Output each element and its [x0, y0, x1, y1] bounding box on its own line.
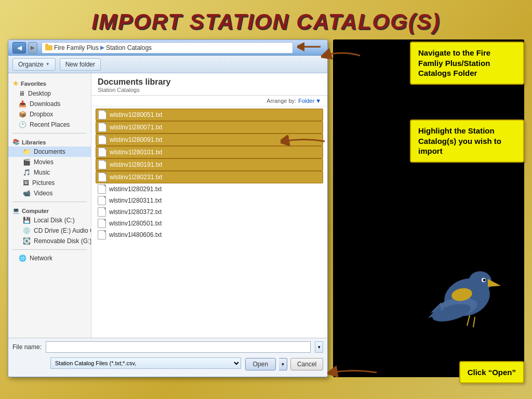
sidebar-item-network[interactable]: 🌐 Network	[8, 253, 91, 263]
star-icon: ★	[12, 79, 19, 87]
documents-icon: 📁	[23, 148, 31, 155]
sidebar-item-documents[interactable]: 📁 Documents	[8, 147, 91, 157]
file-item-selected-1[interactable]: wlstinv1l280071.txt	[96, 121, 323, 134]
breadcrumb-label2: Station Catalogs	[106, 44, 152, 51]
page-title: IMPORT STATION CATALOG(S)	[0, 0, 532, 39]
file-icon-9	[98, 219, 106, 228]
svg-line-12	[467, 315, 470, 326]
cd-icon: 💿	[23, 227, 31, 234]
dialog-titlebar: ◀ ▶ Fire Family Plus ▶ Station Catalogs	[8, 40, 327, 56]
new-folder-label: New folder	[65, 61, 95, 68]
file-item-8[interactable]: wlstinv1l280372.txt	[96, 206, 323, 218]
bird-illustration	[425, 230, 509, 336]
sidebar-item-movies[interactable]: 🎬 Movies	[8, 157, 91, 167]
file-icon-6	[98, 184, 106, 194]
file-item-selected-5[interactable]: wlstinv1l280231.txt	[96, 171, 323, 183]
file-name-6: wlstinv1l280291.txt	[109, 185, 162, 193]
arrange-bar: Arrange by: Folder ▼	[91, 96, 327, 107]
videos-label: Videos	[34, 190, 52, 197]
file-item-7[interactable]: wlstinv1l280311.txt	[96, 195, 323, 206]
sidebar-item-removable[interactable]: 💽 Removable Disk (G:)	[8, 236, 91, 246]
filename-row: File name: ▼	[12, 341, 323, 353]
sidebar-item-local-disk[interactable]: 💾 Local Disk (C:)	[8, 215, 91, 225]
callout-open-text: Click “Open”	[468, 368, 516, 377]
back-button[interactable]: ◀	[12, 42, 26, 54]
cd-drive-label: CD Drive (E:) Audio CD	[34, 227, 91, 234]
music-label: Music	[34, 169, 50, 176]
file-list-area: Documents library Station Catalogs Arran…	[91, 73, 327, 338]
file-item-6[interactable]: wlstinv1l280291.txt	[96, 183, 323, 195]
favorites-label: Favorites	[21, 81, 46, 87]
downloads-icon: 📥	[19, 100, 26, 108]
computer-section: 💻 Computer 💾 Local Disk (C:) 💿 CD Drive …	[8, 205, 91, 246]
file-icon-3	[98, 148, 107, 157]
file-icon-10	[98, 230, 106, 240]
file-item-selected-4[interactable]: wlstinv1l280191.txt	[96, 158, 323, 171]
organize-chevron: ▼	[46, 62, 50, 66]
callout-highlight-text: Highlight the Station Catalog(s) you wis…	[418, 126, 501, 155]
file-name-4: wlstinv1l280191.txt	[110, 161, 162, 168]
sidebar-item-recent[interactable]: 🕐 Recent Places	[8, 119, 91, 130]
libraries-section: 📚 Libraries 📁 Documents 🎬 Movies 🎵 Music	[8, 137, 91, 198]
network-section: 🌐 Network	[8, 253, 91, 263]
filetype-select[interactable]: Station Catalog Files (*.txt;*.csv,	[50, 357, 241, 369]
forward-button[interactable]: ▶	[28, 42, 37, 54]
arrange-by-value[interactable]: Folder ▼	[298, 98, 321, 104]
dropbox-label: Dropbox	[30, 111, 53, 118]
organize-button[interactable]: Organize ▼	[12, 58, 56, 71]
sidebar-item-videos[interactable]: 📹 Videos	[8, 188, 91, 198]
libraries-label: Libraries	[22, 139, 46, 145]
file-name-8: wlstinv1l280372.txt	[109, 208, 162, 216]
music-icon: 🎵	[23, 169, 31, 176]
downloads-label: Downloads	[30, 100, 60, 108]
titlebar-nav: ◀ ▶ Fire Family Plus ▶ Station Catalogs	[12, 41, 323, 55]
main-container: ◀ ▶ Fire Family Plus ▶ Station Catalogs	[0, 39, 532, 382]
open-button[interactable]: Open	[245, 358, 276, 370]
pictures-icon: 🖼	[23, 179, 29, 187]
file-icon-4	[98, 160, 107, 169]
disk-icon: 💾	[23, 217, 31, 224]
videos-icon: 📹	[23, 190, 31, 197]
library-title: Documents library	[98, 77, 321, 87]
sidebar-item-pictures[interactable]: 🖼 Pictures	[8, 178, 91, 188]
file-list-header: Documents library Station Catalogs	[91, 73, 327, 96]
sidebar-item-cd-drive[interactable]: 💿 CD Drive (E:) Audio CD	[8, 225, 91, 236]
removable-label: Removable Disk (G:)	[34, 237, 91, 245]
arrange-by-label: Arrange by:	[267, 98, 296, 104]
svg-marker-6	[488, 279, 501, 287]
local-disk-label: Local Disk (C:)	[34, 217, 75, 224]
breadcrumb-separator: ▶	[100, 44, 104, 51]
filetype-row: Station Catalog Files (*.txt;*.csv, Open…	[12, 356, 323, 370]
arrow-to-breadcrumb	[321, 48, 363, 65]
sidebar-item-desktop[interactable]: 🖥 Desktop	[8, 88, 91, 99]
dropbox-icon: 📦	[19, 111, 26, 118]
callout-navigate-text: Navigate to the Fire Famliy Plus/Station…	[418, 48, 490, 77]
sidebar-item-downloads[interactable]: 📥 Downloads	[8, 99, 91, 109]
breadcrumb-bar: Fire Family Plus ▶ Station Catalogs	[42, 42, 293, 54]
callout-open: Click “Open”	[459, 361, 524, 384]
file-name-3: wlstinv1l280101.txt	[110, 149, 162, 156]
arrow-to-files	[281, 135, 327, 150]
sidebar-item-dropbox[interactable]: 📦 Dropbox	[8, 109, 91, 119]
file-icon-8	[98, 207, 106, 217]
file-item-selected-0[interactable]: wlstinv1l280051.txt	[96, 109, 323, 121]
file-item-10[interactable]: wlstinv1l480606.txt	[96, 229, 323, 241]
open-dropdown-button[interactable]: ▼	[279, 358, 287, 370]
removable-icon: 💽	[23, 237, 31, 245]
sidebar-item-music[interactable]: 🎵 Music	[8, 167, 91, 178]
file-icon-2	[98, 135, 107, 144]
libraries-header: 📚 Libraries	[8, 137, 91, 147]
divider-3	[12, 249, 87, 250]
cancel-button[interactable]: Cancel	[290, 358, 323, 370]
dialog-toolbar: Organize ▼ New folder	[8, 56, 327, 73]
recent-icon: 🕐	[19, 121, 26, 128]
filename-dropdown-btn[interactable]: ▼	[315, 341, 323, 353]
filename-input[interactable]	[46, 341, 311, 353]
right-panel	[333, 39, 524, 377]
svg-point-8	[483, 279, 486, 282]
library-subtitle: Station Catalogs	[98, 87, 321, 93]
file-icon-5	[98, 172, 107, 182]
file-item-9[interactable]: wlstinv1l280501.txt	[96, 218, 323, 229]
new-folder-button[interactable]: New folder	[60, 58, 101, 71]
documents-label: Documents	[34, 148, 65, 155]
